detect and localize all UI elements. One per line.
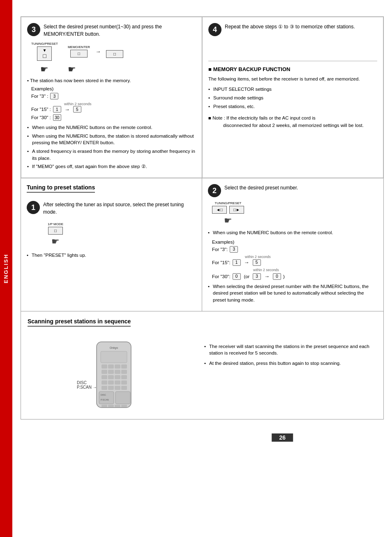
sidebar-label: ENGLISH [3, 254, 9, 283]
step4-text: Repeat the above steps ① to ③ to memoriz… [225, 23, 355, 30]
step3-circle: 3 [27, 23, 40, 36]
step2-for30: For "30": 0 (or 3 within 2 seconds → 0 ) [212, 267, 378, 280]
examples-section: Examples) For "3" : 3 For "15" : 1 withi… [31, 86, 196, 121]
note-body: disconnected for about 2 weeks, all memo… [208, 123, 364, 128]
svg-rect-16 [108, 380, 114, 385]
step2-examples-label: Examples) [212, 240, 378, 244]
for15-row: For "15" : 1 within 2 seconds → 5 [31, 101, 196, 113]
svg-rect-19 [101, 386, 107, 390]
scanning-section: Scanning preset stations in sequence Onk… [21, 311, 384, 419]
step2-num1: 1 [233, 259, 241, 266]
step2-btns: ◄□ □► [212, 206, 244, 214]
step2-or: (or [244, 274, 249, 279]
tuning-preset-btn-col: TUNING/PRESET ▼□ [31, 42, 58, 61]
svg-rect-10 [121, 370, 127, 374]
step2-hand: ☛ [224, 215, 232, 226]
mode-label: 1/P MODE [48, 222, 63, 226]
disc-scan-arrow: DISCP.SCAN → [77, 380, 97, 389]
mode-btn-group: 1/P MODE □ ☛ [43, 222, 68, 247]
step3-bullets: When using the NUMERIC buttons on the re… [27, 124, 196, 170]
step2-num30-end: 0 [273, 273, 281, 280]
step2-tuning-label: TUNING/PRESET [215, 201, 242, 205]
bullet-numeric-remote: When using the NUMERIC buttons on the re… [27, 124, 196, 131]
page-number-container: 26 [21, 426, 384, 442]
svg-rect-28 [108, 405, 114, 407]
step2-for15: For "15": 1 within 2 seconds → 5 [212, 254, 378, 266]
tuning-grid: Tuning to preset stations 1 After select… [21, 178, 384, 311]
backup-item-2: Preset stations, etc. [208, 103, 377, 110]
arrow1: → [95, 48, 101, 55]
svg-text:DISC: DISC [101, 394, 106, 396]
svg-rect-17 [115, 380, 120, 385]
main-content: 3 Select the desired preset number(1~30)… [12, 8, 392, 450]
scan-bullet-1: At the desired station, press this butto… [204, 360, 377, 367]
backup-item-1: Surround mode settings [208, 94, 377, 101]
step2-for15-label: For "15": [212, 260, 231, 265]
step2-bullet-final: When selecting the desired preset number… [208, 283, 378, 304]
svg-rect-5 [115, 364, 120, 369]
step2-header: 2 Select the desired preset number. [208, 184, 378, 197]
step1-circle: 1 [27, 201, 40, 214]
step2-num5: 5 [253, 259, 261, 266]
step2-close-paren: ) [283, 274, 285, 279]
for30-label: For "30" : [31, 115, 51, 120]
svg-rect-3 [101, 364, 107, 369]
sidebar: ENGLISH [0, 0, 12, 537]
scan-content: Onkyo [28, 336, 377, 411]
svg-rect-22 [121, 386, 127, 390]
svg-rect-12 [108, 375, 114, 379]
step2-final-bullets: When selecting the desired preset number… [208, 283, 378, 304]
step1-bullet: Then "PRESET" lights up. [27, 252, 196, 259]
step2-within2b: within 2 seconds [253, 268, 279, 272]
memo-enter-label: MEMO/ENTER [68, 45, 90, 49]
step2-for30-label: For "30": [212, 274, 231, 279]
step2-for3-label: For "3": [212, 247, 228, 252]
step1-container: 1 After selecting the tuner as input sou… [27, 201, 196, 259]
tuning-step1-cell: Tuning to preset stations 1 After select… [21, 178, 202, 311]
svg-rect-11 [101, 375, 107, 379]
page-number: 26 [272, 433, 293, 442]
step1-header: 1 After selecting the tuner as input sou… [27, 201, 196, 216]
step1-bullets: Then "PRESET" lights up. [27, 252, 196, 259]
step2-num30-3: 3 [253, 273, 261, 280]
step2-tuning-col: TUNING/PRESET ◄□ □► ☛ [212, 201, 244, 226]
svg-rect-4 [108, 364, 114, 369]
num-btn-3: 3 [50, 93, 58, 99]
step1-text: After selecting the tuner as input sourc… [43, 201, 196, 216]
step2-text: Select the desired preset number. [224, 184, 298, 191]
step2-arrow: → [244, 259, 249, 265]
step2-within2: within 2 seconds [245, 255, 271, 259]
bullet-memo-off: If "MEMO" goes off, start again from the… [27, 163, 196, 170]
step4-memory-cell: 4 Repeat the above steps ① to ③ to memor… [202, 17, 383, 178]
memo-btn-col2: □ [106, 45, 123, 58]
manual-page: ENGLISH 3 Select the desired preset numb… [0, 0, 392, 537]
remote-svg: Onkyo [93, 340, 134, 410]
step2-num3: 3 [230, 246, 238, 253]
note-prefix: ■ Note : If the electricity fails or the… [208, 115, 316, 120]
svg-rect-13 [115, 375, 120, 379]
step2-bullets: When using the NUMERIC buttons on the re… [208, 229, 378, 236]
num-btn-30: 30 [53, 114, 61, 121]
svg-text:P.SCAN: P.SCAN [101, 399, 109, 401]
memory-backup-title: MEMORY BACKUP FUNCTION [208, 66, 377, 72]
backup-item-0: INPUT SELECTOR settings [208, 86, 377, 93]
step2-num30-0: 0 [233, 273, 241, 280]
step2-controls: TUNING/PRESET ◄□ □► ☛ [212, 201, 378, 226]
num-btn-1: 1 [53, 106, 61, 113]
memory-backup-note: ■ Note : If the electricity fails or the… [208, 115, 377, 129]
svg-rect-29 [115, 405, 120, 407]
for3-row: For "3" : 3 [31, 93, 196, 99]
step4-circle: 4 [208, 23, 221, 36]
step2-bullet2: When using the NUMERIC buttons on the re… [208, 229, 378, 236]
within2-label1: within 2 seconds [64, 102, 92, 106]
step2-examples: Examples) For "3": 3 For "15": 1 within … [212, 240, 378, 280]
top-grid: 3 Select the desired preset number(1~30)… [21, 16, 384, 178]
svg-rect-18 [121, 380, 127, 385]
examples-label: Examples) [31, 86, 53, 91]
tuning-step2-cell: 2 Select the desired preset number. TUNI… [202, 178, 383, 311]
scan-bullets-area: The receiver will start scanning the sta… [204, 336, 377, 411]
bullet-erase: A stored frequency is erased from the me… [27, 148, 196, 161]
memory-backup-items: INPUT SELECTOR settings Surround mode se… [208, 86, 377, 110]
svg-rect-9 [115, 370, 120, 374]
remote-area: Onkyo [28, 336, 200, 411]
